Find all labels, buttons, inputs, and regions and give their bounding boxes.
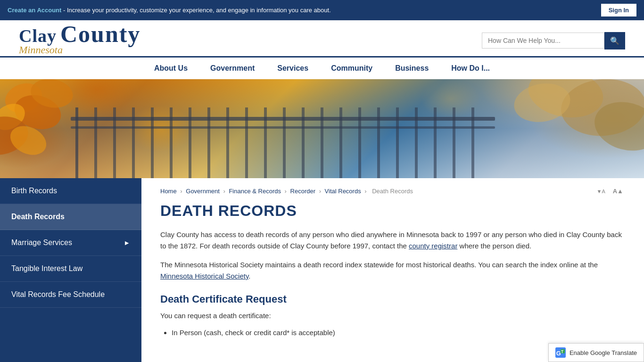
sign-in-button[interactable]: Sign In (601, 4, 636, 16)
font-decrease-button[interactable]: ▼A (597, 189, 605, 194)
main-content: Home › Government › Finance & Records › … (141, 178, 644, 362)
intro-paragraph-1: Clay County has access to death records … (160, 229, 625, 252)
top-bar: Create an Account - Increase your produc… (0, 0, 644, 20)
svg-rect-13 (264, 107, 267, 178)
breadcrumb-home[interactable]: Home (160, 188, 177, 195)
svg-rect-7 (151, 107, 154, 178)
hero-image (0, 79, 644, 178)
search-input[interactable] (482, 33, 604, 49)
nav-community[interactable]: Community (320, 58, 384, 79)
svg-rect-20 (396, 107, 399, 178)
create-account-link[interactable]: Create an Account (8, 7, 61, 14)
translate-bar[interactable]: G T Enable Google Translate (548, 343, 644, 362)
sidebar-item-tangible-interest-law[interactable]: Tangible Interest Law (0, 256, 141, 282)
font-size-controls: ▼A A▲ (595, 188, 626, 195)
breadcrumb-vital-records[interactable]: Vital Records (325, 188, 361, 195)
svg-rect-9 (189, 107, 191, 178)
svg-rect-24 (471, 107, 474, 178)
breadcrumb-recorder[interactable]: Recorder (290, 188, 315, 195)
translate-label: Enable Google Translate (570, 349, 637, 356)
sidebar-item-marriage-services[interactable]: Marriage Services ► (0, 230, 141, 256)
section-intro-text: You can request a death certificate: (160, 310, 625, 321)
svg-rect-5 (113, 107, 116, 178)
svg-rect-23 (453, 107, 455, 178)
svg-rect-16 (321, 107, 323, 178)
sidebar-item-vital-records-fee-schedule[interactable]: Vital Records Fee Schedule (0, 282, 141, 308)
svg-rect-18 (358, 107, 361, 178)
sidebar: Birth Records Death Records Marriage Ser… (0, 178, 141, 362)
main-nav: About Us Government Services Community B… (0, 56, 644, 79)
svg-rect-22 (434, 107, 437, 178)
breadcrumb-finance-records[interactable]: Finance & Records (229, 188, 281, 195)
section-death-certificate-heading: Death Certificate Request (160, 293, 625, 305)
sidebar-item-death-records[interactable]: Death Records (0, 204, 141, 230)
bullet-list: In Person (cash, check or credit card* i… (172, 326, 625, 339)
svg-rect-8 (170, 107, 173, 178)
county-registrar-link[interactable]: county registrar (409, 242, 457, 250)
breadcrumb-current: Death Records (372, 188, 413, 195)
svg-rect-14 (283, 107, 286, 178)
svg-rect-21 (415, 107, 418, 178)
svg-text:T: T (561, 350, 563, 354)
breadcrumb: Home › Government › Finance & Records › … (160, 188, 625, 195)
logo-minnesota: Minnesota (19, 44, 140, 56)
search-area: 🔍 (482, 32, 625, 49)
svg-rect-4 (94, 107, 97, 178)
svg-rect-19 (377, 107, 380, 178)
list-item: In Person (cash, check or credit card* i… (172, 326, 625, 339)
svg-rect-12 (245, 107, 248, 178)
svg-text:G: G (556, 350, 561, 357)
svg-rect-10 (207, 107, 210, 178)
nav-business[interactable]: Business (384, 58, 440, 79)
intro-paragraph-2: The Minnesota Historical Society maintai… (160, 259, 625, 282)
google-translate-icon: G T (555, 347, 566, 358)
breadcrumb-government[interactable]: Government (186, 188, 220, 195)
logo-clay: Clay (19, 25, 57, 46)
svg-rect-17 (339, 107, 342, 178)
nav-government[interactable]: Government (199, 58, 266, 79)
search-button[interactable]: 🔍 (604, 32, 625, 49)
svg-rect-11 (226, 107, 229, 178)
tagline-text: - Increase your productivity, customize … (61, 7, 330, 14)
site-header: Clay County Minnesota 🔍 (0, 20, 644, 56)
nav-how-do-i[interactable]: How Do I... (440, 58, 501, 79)
nav-about-us[interactable]: About Us (143, 58, 199, 79)
mhs-link[interactable]: Minnesota Historical Society (160, 272, 248, 280)
sidebar-item-birth-records[interactable]: Birth Records (0, 178, 141, 204)
svg-rect-15 (302, 107, 305, 178)
page-title: DEATH RECORDS (160, 202, 625, 220)
nav-services[interactable]: Services (266, 58, 320, 79)
chevron-right-icon: ► (124, 239, 130, 247)
svg-rect-3 (75, 107, 78, 178)
font-increase-button[interactable]: A▲ (613, 188, 623, 195)
logo[interactable]: Clay County Minnesota (19, 25, 140, 56)
svg-rect-6 (132, 107, 135, 178)
content-wrapper: Birth Records Death Records Marriage Ser… (0, 178, 644, 362)
